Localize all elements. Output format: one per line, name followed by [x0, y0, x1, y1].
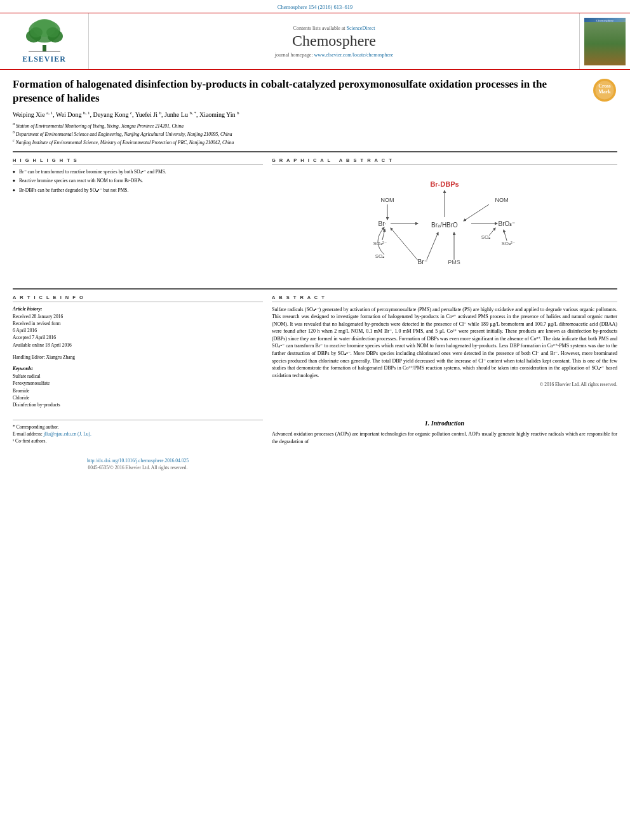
highlight-item-2: Reactive bromine species can react with …	[13, 178, 263, 185]
svg-line-31	[391, 228, 418, 260]
affiliations: a Station of Environmental Monitoring of…	[13, 121, 617, 146]
svg-text:Br·: Br·	[379, 220, 387, 227]
doi-anchor[interactable]: http://dx.doi.org/10.1016/j.chemosphere.…	[87, 458, 189, 463]
divider-2	[13, 288, 617, 290]
journal-cover-thumbnail: Chemosphere	[579, 13, 630, 69]
received-revised-label: Received in revised form	[13, 320, 263, 327]
journal-homepage: journal homepage: www.elsevier.com/locat…	[275, 52, 394, 58]
keyword-3: Bromide	[13, 387, 263, 394]
svg-line-26	[464, 204, 489, 221]
keyword-1: Sulfate radical	[13, 373, 263, 380]
abstract-column: A B S T R A C T Sulfate radicals (SO₄•⁻)…	[272, 295, 617, 409]
graphical-abstract-column: G R A P H I C A L A B S T R A C T Br-DBP…	[272, 157, 617, 283]
svg-text:Mark: Mark	[598, 89, 611, 95]
introduction-section: 1. Introduction Advanced oxidation proce…	[272, 420, 617, 445]
svg-text:NOM: NOM	[380, 197, 394, 203]
elsevier-logo: ELSEVIER	[22, 18, 67, 64]
svg-text:SO₄²⁻: SO₄²⁻	[501, 241, 514, 246]
doi-section: http://dx.doi.org/10.1016/j.chemosphere.…	[13, 454, 263, 473]
author-yuefei: Yuefei Ji	[135, 112, 158, 119]
svg-text:SO₄: SO₄	[375, 253, 385, 259]
author-xiaoming: Xiaoming Yin	[199, 112, 236, 119]
corresponding-author-note: * Corresponding author.	[13, 424, 263, 430]
accepted-date: Accepted 7 April 2016	[13, 334, 263, 341]
article-history: Article history: Received 28 January 201…	[13, 306, 263, 349]
article-content: Formation of halogenated disinfection by…	[0, 70, 630, 408]
intro-text: Advanced oxidation processes (AOPs) are …	[272, 430, 617, 445]
svg-rect-0	[43, 45, 46, 51]
svg-line-34	[489, 228, 495, 236]
divider-1	[13, 151, 617, 152]
svg-point-6	[46, 27, 59, 37]
highlights-list: Br⁻ can be transformed to reactive bromi…	[13, 169, 263, 194]
journal-header: ELSEVIER Contents lists available at Sci…	[0, 13, 630, 70]
author-weiping: Weiping Xie	[13, 112, 45, 119]
article-info-column: A R T I C L E I N F O Article history: R…	[13, 295, 263, 409]
highlight-item-1: Br⁻ can be transformed to reactive bromi…	[13, 169, 263, 176]
cover-image: Chemosphere	[584, 18, 626, 65]
highlights-abstract-row: H I G H L I G H T S Br⁻ can be transform…	[13, 157, 617, 283]
cover-title: Chemosphere	[595, 18, 615, 22]
author-wei: Wei Dong	[56, 112, 82, 119]
svg-text:Br-DBPs: Br-DBPs	[430, 180, 459, 188]
email-note: E-mail address: jllu@njau.edu.cn (J. Lu)…	[13, 431, 263, 437]
svg-line-35	[504, 230, 507, 241]
elsevier-wordmark: ELSEVIER	[22, 55, 66, 64]
revised-date: 6 April 2016	[13, 327, 263, 334]
svg-text:PMS: PMS	[448, 259, 460, 265]
science-direct-link[interactable]: Contents lists available at ScienceDirec…	[293, 25, 375, 31]
abstract-label: A B S T R A C T	[272, 295, 617, 302]
cover-art	[584, 22, 626, 65]
svg-text:BrO₃⁻: BrO₃⁻	[499, 220, 516, 227]
email-link[interactable]: jllu@njau.edu.cn (J. Lu).	[44, 431, 91, 437]
highlight-item-3: Br-DBPs can be further degraded by SO₄•⁻…	[13, 187, 263, 194]
svg-line-30	[382, 229, 385, 240]
crossmark-badge: Cross Mark	[592, 77, 617, 103]
svg-point-5	[30, 27, 43, 37]
main-body: * Corresponding author. E-mail address: …	[0, 413, 630, 473]
journal-citation: Chemosphere 154 (2016) 613–619	[0, 0, 630, 13]
graphical-abstract: Br-DBPs NOM NOM Br· Br₂/HBrO BrO₃⁻ SO₄²⁻	[272, 169, 617, 283]
svg-text:SO₄²⁻: SO₄²⁻	[373, 241, 386, 246]
co-first-note: ¹ Co-first authors.	[13, 438, 263, 444]
issn-copyright: 0045-6535/© 2016 Elsevier Ltd. All right…	[13, 465, 263, 473]
body-left-column: * Corresponding author. E-mail address: …	[13, 413, 263, 473]
article-title: Formation of halogenated disinfection by…	[13, 77, 586, 105]
homepage-link[interactable]: www.elsevier.com/locate/chemosphere	[314, 52, 394, 58]
highlights-label: H I G H L I G H T S	[13, 157, 263, 165]
journal-name: Chemosphere	[292, 32, 376, 50]
affil-a: a Station of Environmental Monitoring of…	[13, 121, 617, 130]
keywords-section: Keywords: Sulfate radical Peroxymonosulf…	[13, 366, 263, 408]
available-date: Available online 18 April 2016	[13, 342, 263, 349]
handling-editor: Handling Editor: Xiangru Zhang	[13, 354, 263, 361]
received-date: Received 28 January 2016	[13, 313, 263, 320]
abstract-text: Sulfate radicals (SO₄•⁻) generated by ac…	[272, 306, 617, 380]
body-right-column: 1. Introduction Advanced oxidation proce…	[272, 413, 617, 473]
author-deyang: Deyang Kong	[93, 112, 129, 119]
footnotes: * Corresponding author. E-mail address: …	[13, 420, 263, 444]
intro-heading: 1. Introduction	[272, 420, 617, 427]
affil-c: c Nanjing Institute of Environmental Sci…	[13, 138, 617, 146]
keyword-4: Chloride	[13, 394, 263, 401]
keyword-2: Peroxymonosulfate	[13, 380, 263, 387]
article-info-label: A R T I C L E I N F O	[13, 295, 263, 302]
svg-text:Cross: Cross	[598, 83, 610, 89]
citation-text: Chemosphere 154 (2016) 613–619	[278, 4, 352, 10]
keyword-5: Disinfection by-products	[13, 401, 263, 408]
info-abstract-row: A R T I C L E I N F O Article history: R…	[13, 295, 617, 409]
elsevier-logo-section: ELSEVIER	[0, 13, 89, 69]
elsevier-tree-icon	[22, 18, 67, 53]
authors-line: Weiping Xie a, 1, Wei Dong b, 1, Deyang …	[13, 110, 617, 118]
svg-line-32	[427, 232, 438, 260]
history-label: Article history:	[13, 306, 263, 312]
svg-text:NOM: NOM	[495, 197, 508, 203]
abstract-copyright: © 2016 Elsevier Ltd. All rights reserved…	[272, 382, 617, 387]
science-direct-anchor[interactable]: ScienceDirect	[347, 25, 375, 31]
author-junhe: Junhe Lu	[164, 112, 188, 119]
doi-link[interactable]: http://dx.doi.org/10.1016/j.chemosphere.…	[13, 454, 263, 465]
journal-identity: Contents lists available at ScienceDirec…	[89, 13, 579, 69]
title-section: Formation of halogenated disinfection by…	[13, 77, 617, 105]
handling-editor-text: Handling Editor: Xiangru Zhang	[13, 354, 263, 361]
keywords-list: Sulfate radical Peroxymonosulfate Bromid…	[13, 373, 263, 408]
affil-b: b Department of Environmental Science an…	[13, 130, 617, 138]
